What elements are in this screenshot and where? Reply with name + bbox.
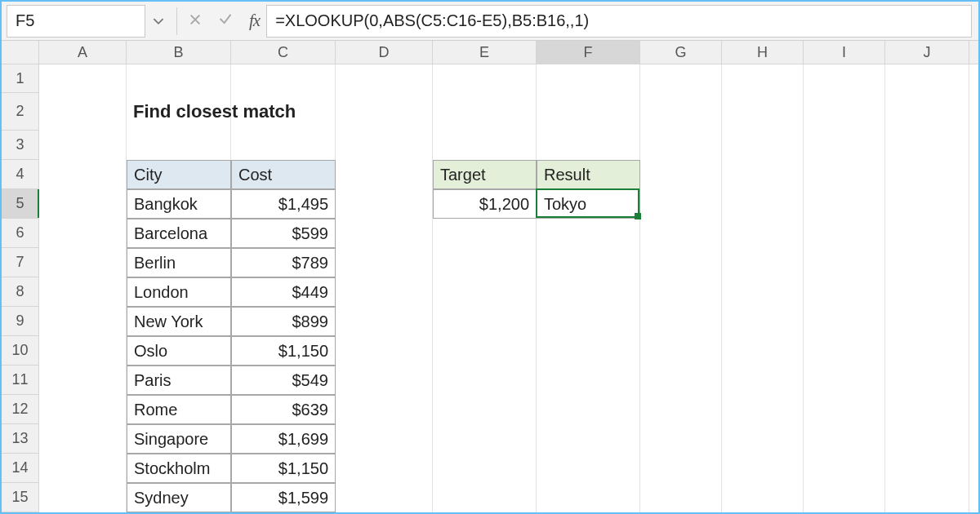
lookup-target-label[interactable]: Target xyxy=(433,160,537,189)
row-header-15[interactable]: 15 xyxy=(2,483,38,512)
table-row[interactable]: Rome xyxy=(127,395,231,424)
col-header-H[interactable]: H xyxy=(722,41,804,64)
formula-input[interactable]: =XLOOKUP(0,ABS(C5:C16-E5),B5:B16,,1) xyxy=(266,5,972,38)
col-header-A[interactable]: A xyxy=(39,41,127,64)
row-header-10[interactable]: 10 xyxy=(2,336,38,366)
col-header-F[interactable]: F xyxy=(537,41,640,64)
formula-text: =XLOOKUP(0,ABS(C5:C16-E5),B5:B16,,1) xyxy=(275,11,589,30)
col-header-I[interactable]: I xyxy=(804,41,885,64)
table-row[interactable]: London xyxy=(127,277,231,307)
table-row[interactable]: Singapore xyxy=(127,424,231,454)
row-header-14[interactable]: 14 xyxy=(2,454,38,483)
page-title[interactable]: Find closest match xyxy=(127,93,336,131)
table-row[interactable]: Berlin xyxy=(127,248,231,277)
table-row[interactable]: Sydney xyxy=(127,483,231,512)
table-row[interactable]: $1,495 xyxy=(231,189,336,219)
table-row[interactable]: $599 xyxy=(231,219,336,248)
name-box-dropdown[interactable] xyxy=(145,16,172,27)
row-header-4[interactable]: 4 xyxy=(2,160,38,189)
table-row[interactable]: Stockholm xyxy=(127,454,231,483)
row-header-2[interactable]: 2 xyxy=(2,93,38,131)
row-header-12[interactable]: 12 xyxy=(2,395,38,424)
row-header-3[interactable]: 3 xyxy=(2,131,38,160)
formula-bar-buttons: fx xyxy=(182,11,266,31)
table-row[interactable]: $639 xyxy=(231,395,336,424)
name-box-value: F5 xyxy=(16,11,34,30)
select-all-corner[interactable] xyxy=(2,41,39,64)
row-header-9[interactable]: 9 xyxy=(2,307,38,336)
cell-grid[interactable]: Find closest matchCityCostBangkok$1,495B… xyxy=(39,64,978,512)
separator xyxy=(176,7,177,35)
table-row[interactable]: $1,699 xyxy=(231,424,336,454)
col-header-G[interactable]: G xyxy=(640,41,722,64)
row-header-5[interactable]: 5 xyxy=(2,189,38,219)
cancel-icon[interactable] xyxy=(189,11,202,30)
name-box[interactable]: F5 xyxy=(7,5,145,38)
table-row[interactable]: $899 xyxy=(231,307,336,336)
table-row[interactable]: $1,599 xyxy=(231,483,336,512)
col-header-C[interactable]: C xyxy=(231,41,336,64)
table-row[interactable]: $449 xyxy=(231,277,336,307)
table-row[interactable]: Barcelona xyxy=(127,219,231,248)
row-header-11[interactable]: 11 xyxy=(2,366,38,395)
lookup-result-label[interactable]: Result xyxy=(537,160,640,189)
table-row[interactable]: $789 xyxy=(231,248,336,277)
row-header-1[interactable]: 1 xyxy=(2,64,38,93)
table-row[interactable]: Oslo xyxy=(127,336,231,366)
col-header-J[interactable]: J xyxy=(885,41,969,64)
lookup-result-value[interactable]: Tokyo xyxy=(537,189,640,219)
row-header-7[interactable]: 7 xyxy=(2,248,38,277)
col-header-E[interactable]: E xyxy=(433,41,537,64)
table-header-city[interactable]: City xyxy=(127,160,231,189)
fx-icon[interactable]: fx xyxy=(249,11,260,31)
table-row[interactable]: $1,150 xyxy=(231,336,336,366)
table-row[interactable]: $1,150 xyxy=(231,454,336,483)
row-header-6[interactable]: 6 xyxy=(2,219,38,248)
formula-bar: F5 fx =XLOOKUP(0,ABS(C5:C16-E5),B5:B16,,… xyxy=(2,2,978,41)
row-headers: 123456789101112131415 xyxy=(2,64,39,512)
lookup-target-value[interactable]: $1,200 xyxy=(433,189,537,219)
table-row[interactable]: New York xyxy=(127,307,231,336)
chevron-down-icon xyxy=(153,16,164,27)
column-headers: ABCDEFGHIJ xyxy=(39,41,978,64)
row-header-8[interactable]: 8 xyxy=(2,277,38,307)
col-header-D[interactable]: D xyxy=(336,41,433,64)
col-header-B[interactable]: B xyxy=(127,41,231,64)
row-header-13[interactable]: 13 xyxy=(2,424,38,454)
table-row[interactable]: Bangkok xyxy=(127,189,231,219)
table-row[interactable]: $549 xyxy=(231,366,336,395)
table-row[interactable]: Paris xyxy=(127,366,231,395)
table-header-cost[interactable]: Cost xyxy=(231,160,336,189)
confirm-icon[interactable] xyxy=(218,11,233,30)
worksheet: ABCDEFGHIJ 123456789101112131415 Find cl… xyxy=(2,41,978,512)
